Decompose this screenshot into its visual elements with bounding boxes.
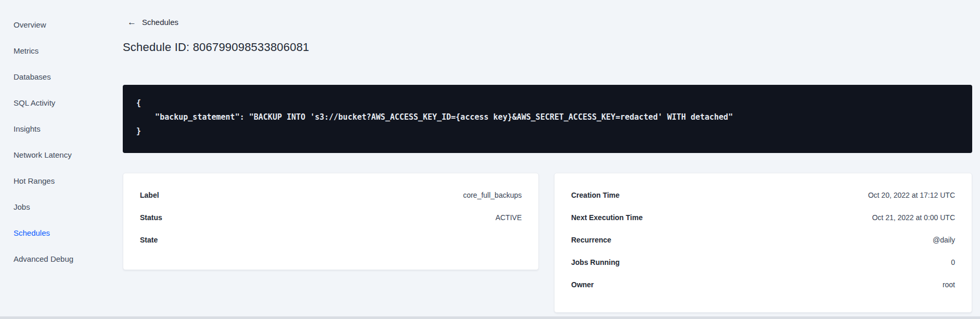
sidebar-item-advanced-debug[interactable]: Advanced Debug (0, 246, 102, 272)
arrow-left-icon: ← (127, 18, 136, 27)
sidebar-item-schedules[interactable]: Schedules (0, 220, 102, 246)
row-label: Label (140, 191, 159, 199)
sidebar-item-sql-activity[interactable]: SQL Activity (0, 90, 102, 116)
timing-row-creation-time: Creation Time Oct 20, 2022 at 17:12 UTC (571, 184, 955, 206)
row-label: Status (140, 213, 162, 222)
sidebar-nav: Overview Metrics Databases SQL Activity … (0, 12, 102, 272)
detail-row-label: Label core_full_backups (140, 184, 522, 206)
row-label: Jobs Running (571, 258, 620, 266)
back-link-label: Schedules (142, 18, 178, 27)
summary-cards-row: Label core_full_backups Status ACTIVE St… (123, 173, 972, 313)
bottom-edge-strip (0, 316, 980, 319)
timing-row-owner: Owner root (571, 273, 955, 296)
sidebar-item-hot-ranges[interactable]: Hot Ranges (0, 168, 102, 194)
row-value: Oct 20, 2022 at 17:12 UTC (868, 191, 955, 199)
timing-row-recurrence: Recurrence @daily (571, 228, 955, 251)
row-label: Recurrence (571, 236, 611, 244)
row-label: Owner (571, 280, 594, 289)
sidebar-item-overview[interactable]: Overview (0, 12, 102, 38)
row-label: Creation Time (571, 191, 620, 199)
row-label: State (140, 236, 158, 244)
sidebar-item-insights[interactable]: Insights (0, 116, 102, 142)
row-value: ACTIVE (495, 213, 522, 222)
backup-statement-code-block: { "backup_statement": "BACKUP INTO 's3:/… (123, 85, 972, 153)
back-to-schedules-link[interactable]: ← Schedules (127, 18, 178, 27)
timing-row-next-execution-time: Next Execution Time Oct 21, 2022 at 0:00… (571, 206, 955, 228)
sidebar-item-databases[interactable]: Databases (0, 64, 102, 90)
sidebar-item-network-latency[interactable]: Network Latency (0, 142, 102, 168)
page-title: Schedule ID: 806799098533806081 (123, 41, 310, 54)
schedule-detail-page: { "colors": { "page_bg": "#f2f5f9", "acc… (0, 0, 980, 319)
row-label: Next Execution Time (571, 213, 642, 222)
detail-row-status: Status ACTIVE (140, 206, 522, 228)
row-value: root (943, 280, 955, 289)
row-value: Oct 21, 2022 at 0:00 UTC (872, 213, 955, 222)
schedule-timing-card: Creation Time Oct 20, 2022 at 17:12 UTC … (554, 173, 972, 313)
timing-row-jobs-running: Jobs Running 0 (571, 251, 955, 273)
row-value: @daily (933, 236, 955, 244)
schedule-detail-content: ← Schedules Schedule ID: 806799098533806… (123, 0, 972, 319)
schedule-details-card: Label core_full_backups Status ACTIVE St… (123, 173, 539, 270)
sidebar-item-metrics[interactable]: Metrics (0, 38, 102, 64)
detail-row-state: State (140, 228, 522, 251)
row-value: core_full_backups (463, 191, 522, 199)
row-value: 0 (951, 258, 955, 266)
sidebar-item-jobs[interactable]: Jobs (0, 194, 102, 220)
